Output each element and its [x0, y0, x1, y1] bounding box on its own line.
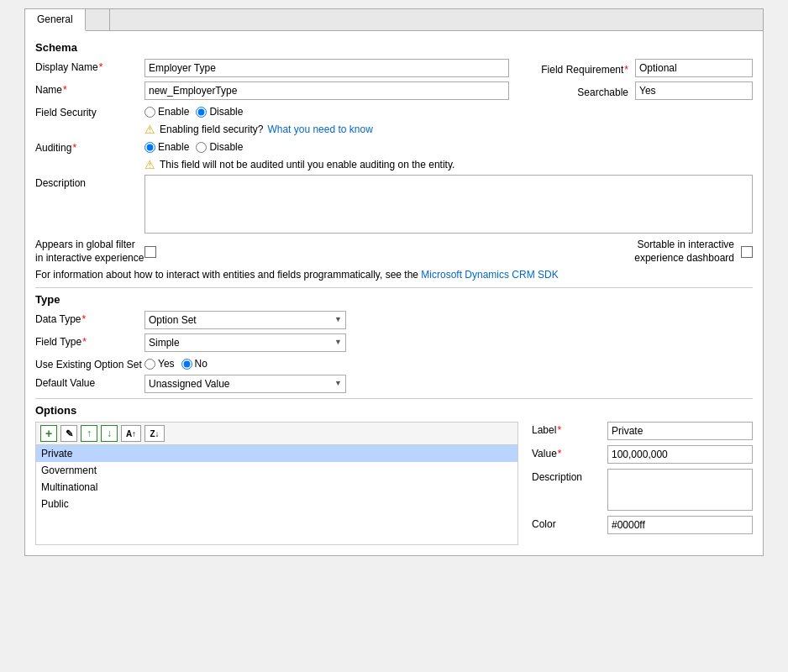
- option-color-label: Color: [532, 516, 607, 530]
- option-value-row: Value*: [532, 445, 753, 464]
- auditing-row: Auditing* Enable Disable: [35, 139, 753, 154]
- options-left-panel: + ✎ ↑ ↓ A↑ Z↓ Private Government Multina…: [35, 422, 518, 545]
- warning-icon: ⚠: [144, 123, 155, 136]
- sortable-group: Sortable in interactiveexperience dashbo…: [156, 239, 753, 265]
- field-type-select-wrapper: Simple Complex: [144, 333, 346, 352]
- sort-desc-button[interactable]: Z↓: [144, 425, 165, 442]
- data-type-label: Data Type*: [35, 311, 144, 325]
- appears-label: Appears in global filterin interactive e…: [35, 239, 144, 265]
- info-row: For information about how to interact wi…: [35, 269, 753, 281]
- tab-empty: [86, 9, 110, 30]
- field-type-row: Field Type* Simple Complex: [35, 333, 753, 352]
- searchable-group: Searchable: [526, 81, 753, 100]
- schema-section-title: Schema: [35, 41, 753, 54]
- auditing-enable-option: Enable: [144, 141, 189, 153]
- field-requirement-group: Field Requirement*: [526, 59, 753, 77]
- field-security-link[interactable]: What you need to know: [267, 123, 372, 135]
- options-right-panel: Label* Value* Description Color: [532, 422, 753, 539]
- sdk-link[interactable]: Microsoft Dynamics CRM SDK: [421, 269, 558, 281]
- use-existing-no-option: No: [181, 358, 208, 370]
- option-value-label: Value*: [532, 445, 607, 459]
- sort-asc-button[interactable]: A↑: [121, 425, 141, 442]
- field-security-warning-row: ⚠ Enabling field security? What you need…: [144, 123, 753, 136]
- field-security-disable-option: Disable: [196, 106, 243, 118]
- options-section-title: Options: [35, 404, 753, 417]
- display-name-row: Display Name* Field Requirement*: [35, 59, 753, 77]
- field-security-label: Field Security: [35, 104, 144, 118]
- description-textarea[interactable]: [144, 175, 753, 234]
- type-section-title: Type: [35, 293, 753, 306]
- name-input[interactable]: [144, 81, 509, 100]
- default-value-label: Default Value: [35, 375, 144, 389]
- display-name-label: Display Name*: [35, 59, 144, 73]
- field-security-radios: Enable Disable: [144, 104, 243, 118]
- auditing-disable-option: Disable: [196, 141, 243, 153]
- field-security-enable-radio[interactable]: [144, 107, 155, 118]
- section-divider-options: [35, 398, 753, 399]
- options-toolbar: + ✎ ↑ ↓ A↑ Z↓: [35, 422, 518, 444]
- use-existing-label: Use Existing Option Set: [35, 356, 144, 370]
- use-existing-no-radio[interactable]: [181, 359, 192, 370]
- default-value-select-wrapper: Unassigned Value Private Government Mult…: [144, 375, 346, 393]
- data-type-select-wrapper: Option Set Text Whole Number Date and Ti…: [144, 311, 346, 329]
- auditing-label: Auditing*: [35, 139, 144, 154]
- form-content: Schema Display Name* Field Requirement* …: [25, 31, 763, 555]
- option-item-public[interactable]: Public: [36, 496, 517, 512]
- sortable-label: Sortable in interactiveexperience dashbo…: [634, 239, 734, 265]
- auditing-enable-radio[interactable]: [144, 142, 155, 153]
- description-row: Description: [35, 175, 753, 234]
- main-container: General Schema Display Name* Field Requi…: [24, 8, 764, 556]
- field-type-label: Field Type*: [35, 333, 144, 348]
- field-requirement-input[interactable]: [635, 59, 753, 77]
- move-up-button[interactable]: ↑: [81, 425, 97, 442]
- option-label-label: Label*: [532, 422, 607, 436]
- auditing-disable-radio[interactable]: [196, 142, 207, 153]
- option-item-government[interactable]: Government: [36, 462, 517, 479]
- tab-bar: General: [25, 9, 763, 31]
- use-existing-yes-radio[interactable]: [144, 359, 155, 370]
- option-label-input[interactable]: [607, 422, 753, 440]
- tab-general[interactable]: General: [25, 9, 86, 31]
- option-description-row: Description: [532, 469, 753, 511]
- option-value-input[interactable]: [607, 445, 753, 464]
- auditing-radios: Enable Disable: [144, 139, 243, 153]
- options-layout: + ✎ ↑ ↓ A↑ Z↓ Private Government Multina…: [35, 422, 753, 545]
- section-divider-type: [35, 287, 753, 288]
- searchable-label: Searchable: [526, 84, 635, 98]
- use-existing-radios: Yes No: [144, 356, 208, 370]
- auditing-warning-row: ⚠ This field will not be audited until y…: [144, 158, 753, 171]
- display-name-input[interactable]: [144, 59, 509, 77]
- option-label-row: Label*: [532, 422, 753, 440]
- options-list[interactable]: Private Government Multinational Public: [35, 444, 518, 545]
- field-type-select[interactable]: Simple Complex: [144, 333, 346, 352]
- option-color-input[interactable]: [607, 516, 753, 534]
- option-color-row: Color: [532, 516, 753, 534]
- option-item-private[interactable]: Private: [36, 445, 517, 462]
- name-row: Name* Searchable: [35, 81, 753, 100]
- option-description-label: Description: [532, 469, 607, 483]
- add-option-button[interactable]: +: [40, 425, 57, 442]
- appears-checkbox[interactable]: [144, 246, 156, 258]
- use-existing-yes-option: Yes: [144, 358, 175, 370]
- move-down-button[interactable]: ↓: [101, 425, 118, 442]
- option-description-textarea[interactable]: [607, 469, 753, 511]
- default-value-row: Default Value Unassigned Value Private G…: [35, 375, 753, 393]
- field-security-disable-radio[interactable]: [196, 107, 207, 118]
- data-type-select[interactable]: Option Set Text Whole Number Date and Ti…: [144, 311, 346, 329]
- data-type-row: Data Type* Option Set Text Whole Number …: [35, 311, 753, 329]
- default-value-select[interactable]: Unassigned Value Private Government Mult…: [144, 375, 346, 393]
- edit-option-button[interactable]: ✎: [60, 425, 77, 442]
- global-filter-row: Appears in global filterin interactive e…: [35, 239, 753, 265]
- use-existing-row: Use Existing Option Set Yes No: [35, 356, 753, 370]
- field-security-row: Field Security Enable Disable: [35, 104, 753, 118]
- field-security-enable-option: Enable: [144, 106, 189, 118]
- name-label: Name*: [35, 81, 144, 96]
- option-item-multinational[interactable]: Multinational: [36, 479, 517, 496]
- description-label: Description: [35, 175, 144, 189]
- searchable-input[interactable]: [635, 81, 753, 100]
- field-requirement-label: Field Requirement*: [526, 61, 635, 76]
- sortable-checkbox[interactable]: [741, 246, 753, 258]
- auditing-warning-icon: ⚠: [144, 158, 155, 171]
